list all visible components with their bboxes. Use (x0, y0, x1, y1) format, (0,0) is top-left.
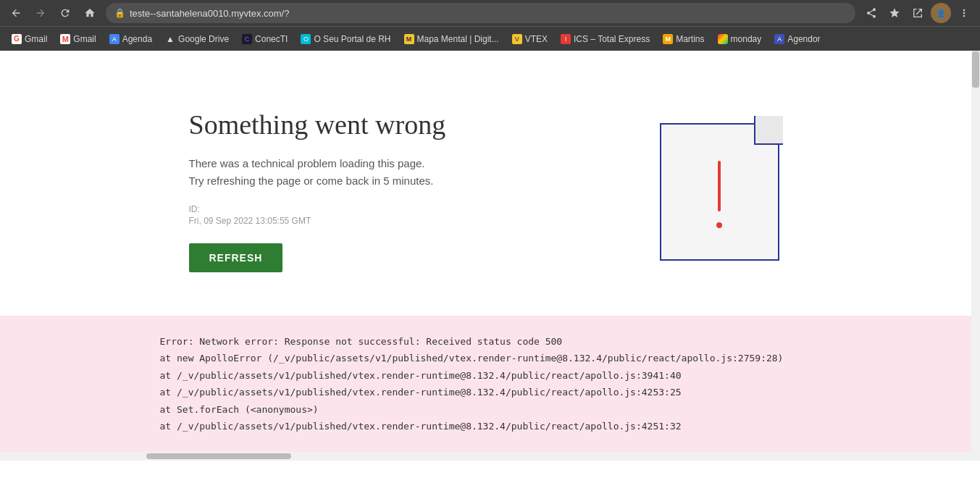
vtex-icon: V (512, 34, 522, 44)
exclamation-dot (716, 222, 722, 228)
error-id-label: ID: (189, 204, 616, 214)
paper-corner (754, 116, 783, 145)
gmail1-icon: G (12, 34, 22, 44)
martins-icon: M (663, 34, 673, 44)
bookmark-agenda[interactable]: A Agenda (104, 32, 158, 46)
bookmark-ics[interactable]: I ICS – Total Express (555, 32, 656, 46)
menu-button[interactable] (954, 3, 974, 23)
bookmark-gmail2[interactable]: M Gmail (54, 32, 101, 46)
error-illustration (660, 116, 783, 261)
error-heading: Something went wrong (189, 109, 616, 140)
error-timestamp: Fri, 09 Sep 2022 13:05:55 GMT (189, 216, 616, 226)
bookmark-conecti[interactable]: C ConecTI (236, 32, 293, 46)
error-description: There was a technical problem loading th… (189, 155, 616, 190)
error-log-line-3: at /_v/public/assets/v1/published/vtex.r… (160, 367, 812, 384)
bookmark-label: Agendor (787, 34, 820, 44)
back-button[interactable] (6, 3, 26, 23)
agendor-icon: A (774, 34, 784, 44)
error-log-container: Error: Network error: Response not succe… (0, 316, 971, 452)
bookmark-gdrive[interactable]: ▲ Google Drive (159, 32, 235, 46)
error-text-section: Something went wrong There was a technic… (189, 109, 616, 272)
bookmark-label: Google Drive (178, 34, 229, 44)
monday-icon (718, 34, 728, 44)
error-log-line-1: Error: Network error: Response not succe… (160, 333, 812, 350)
bookmark-monday[interactable]: monday (712, 32, 768, 46)
error-log-line-6: at /_v/public/assets/v1/published/vtex.r… (160, 418, 812, 434)
browser-chrome: 🔒 teste--santahelena0010.myvtex.com/? 👤 (0, 0, 980, 51)
gmail2-icon: M (60, 34, 70, 44)
bookmark-mapa[interactable]: M Mapa Mental | Digit... (398, 32, 505, 46)
browser-actions: 👤 (861, 3, 974, 23)
mapa-icon: M (404, 34, 414, 44)
bookmark-star-button[interactable] (884, 3, 905, 23)
refresh-button[interactable]: REFRESH (189, 243, 283, 272)
bookmark-label: Gmail (25, 34, 47, 44)
page-content: Something went wrong There was a technic… (0, 51, 971, 461)
bookmark-label: monday (731, 34, 762, 44)
error-log-line-2: at new ApolloError (/_v/public/assets/v1… (160, 350, 812, 366)
profile-button[interactable]: 👤 (931, 3, 951, 23)
error-log-line-4: at /_v/public/assets/v1/published/vtex.r… (160, 384, 812, 400)
share-button[interactable] (861, 3, 881, 23)
address-bar[interactable]: 🔒 teste--santahelena0010.myvtex.com/? (106, 3, 855, 23)
error-id-section: ID: Fri, 09 Sep 2022 13:05:55 GMT (189, 204, 616, 226)
bookmark-label: VTEX (525, 34, 548, 44)
error-desc-line1: There was a technical problem loading th… (189, 157, 425, 169)
error-log-line-5: at Set.forEach (<anonymous>) (160, 401, 812, 418)
bookmark-vtex[interactable]: V VTEX (506, 32, 553, 46)
exclamation-line (718, 161, 721, 211)
agenda-icon: A (109, 34, 120, 44)
gdrive-icon: ▲ (165, 34, 175, 44)
error-main-section: Something went wrong There was a technic… (160, 51, 812, 301)
reload-button[interactable] (55, 3, 75, 23)
bookmark-agendor[interactable]: A Agendor (768, 32, 826, 46)
bookmark-label: Mapa Mental | Digit... (417, 34, 499, 44)
horizontal-scrollbar[interactable] (0, 452, 971, 461)
nav-buttons (6, 3, 100, 23)
bookmark-label: ICS – Total Express (574, 34, 650, 44)
bookmark-label: Gmail (73, 34, 96, 44)
ics-icon: I (561, 34, 571, 44)
bookmark-label: Agenda (122, 34, 152, 44)
scroll-thumb-horizontal[interactable] (146, 453, 291, 459)
home-button[interactable] (80, 3, 100, 23)
lock-icon: 🔒 (114, 8, 125, 18)
bookmark-label: O Seu Portal de RH (314, 34, 390, 44)
bookmark-label: Martins (676, 34, 704, 44)
scroll-thumb-vertical[interactable] (972, 51, 979, 88)
bookmark-gmail1[interactable]: G Gmail (6, 32, 53, 46)
browser-topbar: 🔒 teste--santahelena0010.myvtex.com/? 👤 (0, 0, 980, 26)
address-text: teste--santahelena0010.myvtex.com/? (130, 8, 847, 19)
bookmark-martins[interactable]: M Martins (657, 32, 710, 46)
vertical-scrollbar[interactable] (971, 51, 980, 461)
conecti-icon: C (242, 34, 252, 44)
bookmark-label: ConecTI (255, 34, 288, 44)
window-button[interactable] (908, 3, 928, 23)
error-log-inner: Error: Network error: Response not succe… (160, 333, 812, 434)
portal-icon: O (301, 34, 311, 44)
error-desc-line2: Try refreshing the page or come back in … (189, 175, 434, 187)
bookmark-portal[interactable]: O O Seu Portal de RH (295, 32, 396, 46)
bookmarks-bar: G Gmail M Gmail A Agenda ▲ Google Drive … (0, 26, 980, 51)
forward-button[interactable] (30, 3, 51, 23)
